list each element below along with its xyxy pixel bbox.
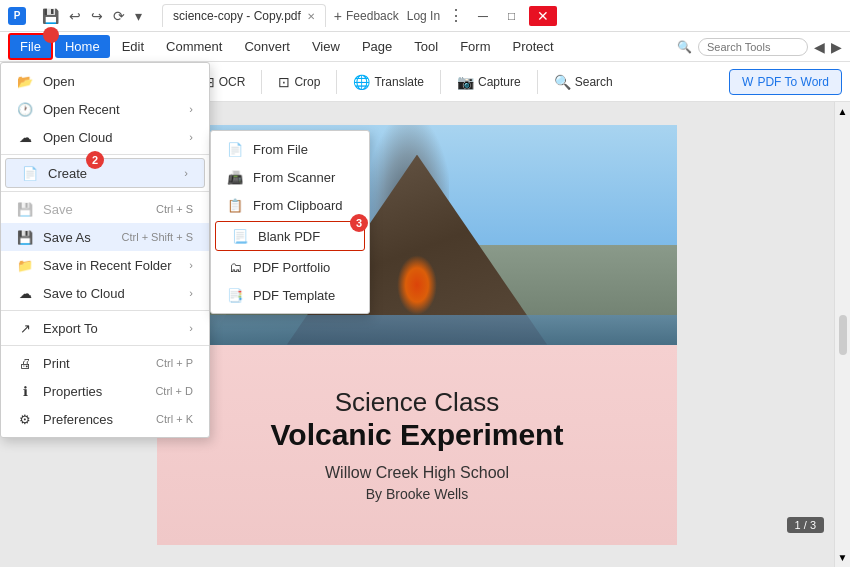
feedback-btn[interactable]: Feedback xyxy=(346,9,399,23)
submenu-pdf-portfolio[interactable]: 🗂 PDF Portfolio xyxy=(211,253,369,281)
refresh-btn[interactable]: ⟳ xyxy=(109,6,129,26)
search-doc-icon: 🔍 xyxy=(554,74,571,90)
crop-icon: ⊡ xyxy=(278,74,290,90)
cloud-icon: ☁ xyxy=(17,129,33,145)
search-btn[interactable]: 🔍 Search xyxy=(546,70,621,94)
divider-menu-2 xyxy=(1,191,209,192)
login-btn[interactable]: Log In xyxy=(407,9,440,23)
scroll-thumb[interactable] xyxy=(839,315,847,355)
menu-file[interactable]: File xyxy=(8,33,53,60)
submenu-from-file[interactable]: 📄 From File xyxy=(211,135,369,163)
menu-save[interactable]: 💾 Save Ctrl + S xyxy=(1,195,209,223)
menu-edit[interactable]: Edit xyxy=(112,35,154,58)
menu-convert[interactable]: Convert xyxy=(234,35,300,58)
capture-btn[interactable]: 📷 Capture xyxy=(449,70,529,94)
close-btn[interactable]: ✕ xyxy=(529,6,557,26)
submenu-blank-pdf[interactable]: 📃 Blank PDF 3 xyxy=(215,221,365,251)
maximize-btn[interactable]: □ xyxy=(502,7,521,25)
file-menu: 📂 Open 🕐 Open Recent › ☁ Open Cloud › 📄 … xyxy=(0,62,210,438)
save-folder-arrow: › xyxy=(189,259,193,271)
export-icon: ↗ xyxy=(17,320,33,336)
title-bar-right: Feedback Log In ⋮ ─ □ ✕ xyxy=(346,6,557,26)
menu-comment[interactable]: Comment xyxy=(156,35,232,58)
pdf-to-word-btn[interactable]: W PDF To Word xyxy=(729,69,842,95)
water xyxy=(157,315,677,345)
menu-preferences[interactable]: ⚙ Preferences Ctrl + K xyxy=(1,405,209,433)
menu-create[interactable]: 📄 Create › 2 xyxy=(5,158,205,188)
nav-forward-icon[interactable]: ▶ xyxy=(831,39,842,55)
submenu-from-scanner[interactable]: 📠 From Scanner xyxy=(211,163,369,191)
undo-btn[interactable]: ↩ xyxy=(65,6,85,26)
science-class-title: Science Class xyxy=(335,387,500,418)
scroll-down-icon[interactable]: ▼ xyxy=(838,552,848,563)
cloud-upload-icon: ☁ xyxy=(17,285,33,301)
scanner-icon: 📠 xyxy=(227,169,243,185)
divider-menu-4 xyxy=(1,345,209,346)
menu-properties[interactable]: ℹ Properties Ctrl + D xyxy=(1,377,209,405)
crop-btn[interactable]: ⊡ Crop xyxy=(270,70,328,94)
create-icon: 📄 xyxy=(22,165,38,181)
menu-save-as[interactable]: 💾 Save As Ctrl + Shift + S xyxy=(1,223,209,251)
menu-save-cloud[interactable]: ☁ Save to Cloud › xyxy=(1,279,209,307)
submenu-from-clipboard[interactable]: 📋 From Clipboard xyxy=(211,191,369,219)
create-arrow: › xyxy=(184,167,188,179)
export-arrow: › xyxy=(189,322,193,334)
scroll-up-icon[interactable]: ▲ xyxy=(838,106,848,117)
page-overlay-badge: 1 / 3 xyxy=(787,517,824,533)
more-options-icon[interactable]: ⋮ xyxy=(448,6,464,25)
blank-pdf-icon: 📃 xyxy=(232,228,248,244)
menu-page[interactable]: Page xyxy=(352,35,402,58)
menu-open[interactable]: 📂 Open xyxy=(1,67,209,95)
save-cloud-arrow: › xyxy=(189,287,193,299)
tab-close-btn[interactable]: ✕ xyxy=(307,11,315,22)
dropdown-btn[interactable]: ▾ xyxy=(131,6,146,26)
pdf-tab[interactable]: science-copy - Copy.pdf ✕ xyxy=(162,4,326,27)
save-as-icon: 💾 xyxy=(17,229,33,245)
folder-icon: 📁 xyxy=(17,257,33,273)
search-tools: 🔍 ◀ ▶ xyxy=(677,38,842,56)
divider-6 xyxy=(537,70,538,94)
menu-export[interactable]: ↗ Export To › xyxy=(1,314,209,342)
recent-icon: 🕐 xyxy=(17,101,33,117)
right-scrollbar[interactable]: ▲ ▼ xyxy=(834,102,850,567)
word-icon: W xyxy=(742,75,753,89)
menu-form[interactable]: Form xyxy=(450,35,500,58)
search-tools-input[interactable] xyxy=(698,38,808,56)
save-icon: 💾 xyxy=(17,201,33,217)
capture-icon: 📷 xyxy=(457,74,474,90)
new-tab-btn[interactable]: + xyxy=(330,6,346,26)
translate-icon: 🌐 xyxy=(353,74,370,90)
translate-btn[interactable]: 🌐 Translate xyxy=(345,70,432,94)
preferences-icon: ⚙ xyxy=(17,411,33,427)
menu-home[interactable]: Home xyxy=(55,35,110,58)
author-name: By Brooke Wells xyxy=(366,486,468,502)
lava-glow xyxy=(397,255,437,315)
minimize-btn[interactable]: ─ xyxy=(472,6,494,26)
menu-open-cloud[interactable]: ☁ Open Cloud › xyxy=(1,123,209,151)
menu-print[interactable]: 🖨 Print Ctrl + P xyxy=(1,349,209,377)
nav-back-icon[interactable]: ◀ xyxy=(814,39,825,55)
menu-view[interactable]: View xyxy=(302,35,350,58)
submenu-pdf-template[interactable]: 📑 PDF Template xyxy=(211,281,369,309)
menu-save-recent-folder[interactable]: 📁 Save in Recent Folder › xyxy=(1,251,209,279)
portfolio-icon: 🗂 xyxy=(227,259,243,275)
divider-4 xyxy=(336,70,337,94)
menu-protect[interactable]: Protect xyxy=(502,35,563,58)
title-bar: P 💾 ↩ ↪ ⟳ ▾ science-copy - Copy.pdf ✕ + … xyxy=(0,0,850,32)
print-icon: 🖨 xyxy=(17,355,33,371)
file-badge xyxy=(43,27,59,43)
blank-pdf-badge: 3 xyxy=(350,214,368,232)
divider-menu-3 xyxy=(1,310,209,311)
template-icon: 📑 xyxy=(227,287,243,303)
title-bar-left: P 💾 ↩ ↪ ⟳ ▾ xyxy=(8,6,146,26)
cloud-arrow: › xyxy=(189,131,193,143)
divider-5 xyxy=(440,70,441,94)
menu-bar: File Home Edit Comment Convert View Page… xyxy=(0,32,850,62)
recent-arrow: › xyxy=(189,103,193,115)
menu-open-recent[interactable]: 🕐 Open Recent › xyxy=(1,95,209,123)
menu-tool[interactable]: Tool xyxy=(404,35,448,58)
divider-3 xyxy=(261,70,262,94)
search-icon: 🔍 xyxy=(677,40,692,54)
redo-btn[interactable]: ↪ xyxy=(87,6,107,26)
save-quick-btn[interactable]: 💾 xyxy=(38,6,63,26)
